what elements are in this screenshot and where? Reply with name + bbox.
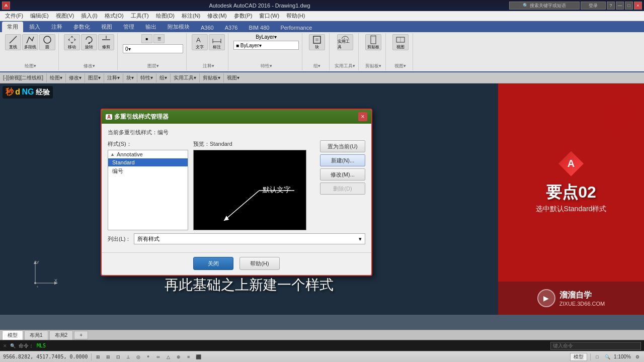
delete-button[interactable]: 删除(D) — [320, 183, 365, 195]
tab-view[interactable]: 视图 — [96, 22, 117, 32]
svg-rect-15 — [372, 35, 375, 37]
ribbon-icon-rotate[interactable]: 旋转 — [81, 34, 97, 50]
maximize-btn[interactable]: □ — [625, 2, 633, 10]
overlay-logo: A — [558, 151, 584, 176]
tab-a376[interactable]: A376 — [220, 23, 243, 32]
dialog-close-button[interactable]: × — [358, 112, 367, 121]
ribbon-icon-text[interactable]: A 文字 — [192, 34, 208, 50]
ortho-icon[interactable]: ⊥ — [125, 353, 132, 360]
close-btn[interactable]: × — [634, 2, 642, 10]
right-overlay: A 要点02 选中默认Standard样式 ▶ 溜溜自学 ZIXUE.3D66.… — [498, 83, 644, 315]
ribbon-icon-view[interactable]: 视图 — [392, 34, 409, 50]
osnap-icon[interactable]: ⌖ — [145, 353, 152, 360]
model-tab-status[interactable]: ⊞ — [95, 353, 102, 360]
help-btn[interactable]: ? — [607, 2, 615, 10]
ribbon-group-clipboard-label: 剪贴板▾ — [365, 62, 381, 69]
menu-tools[interactable]: 工具(T) — [128, 12, 152, 20]
minimize-btn[interactable]: — — [616, 2, 624, 10]
settings-icon[interactable]: ⚙ — [634, 353, 641, 360]
tab-annotation[interactable]: 注释 — [46, 22, 67, 32]
style-listbox[interactable]: ▲ Annotative Standard 编号 — [108, 150, 188, 230]
ribbon-icon-utility[interactable]: I 实用工具 — [337, 34, 353, 50]
toolbar-label8: 实用工具▾ — [174, 74, 196, 81]
tab-layout2[interactable]: 布局2 — [49, 330, 73, 340]
color-dropdown[interactable]: ■ ByLayer▾ — [233, 41, 299, 50]
menu-insert[interactable]: 插入(I) — [78, 12, 100, 20]
ducs-icon[interactable]: △ — [165, 353, 172, 360]
tab-common[interactable]: 常用 — [2, 22, 23, 32]
menu-format[interactable]: 格式(O) — [102, 12, 127, 20]
menu-window[interactable]: 窗口(W) — [256, 12, 282, 20]
style-list-panel: 样式(S)： ▲ Annotative Standard — [108, 140, 188, 230]
tab-output[interactable]: 输出 — [140, 22, 162, 32]
polar-icon[interactable]: ◎ — [135, 353, 142, 360]
ribbon-icon-trim[interactable]: 修剪 — [98, 34, 114, 50]
canvas-area[interactable]: 北 西 上 东 南 Y X — [0, 83, 644, 315]
svg-line-26 — [224, 191, 259, 221]
zoom-icon[interactable]: 🔍 — [604, 353, 611, 360]
app-icon[interactable]: A — [2, 2, 10, 10]
lw-icon[interactable]: ≡ — [185, 353, 192, 360]
tab-parametric[interactable]: 参数化 — [68, 22, 95, 32]
sign-in-btn[interactable]: 登录 — [581, 2, 606, 10]
tab-model[interactable]: 模型 — [2, 330, 23, 340]
model-label[interactable]: 模型 — [570, 353, 587, 361]
command-prompt: 命令： — [19, 342, 34, 349]
svg-rect-11 — [315, 38, 318, 41]
style-item-annotative[interactable]: ▲ Annotative — [108, 150, 188, 158]
tab-add[interactable]: + — [74, 331, 88, 339]
list-dropdown-arrow: ▾ — [359, 236, 362, 242]
tab-a360[interactable]: A360 — [196, 23, 219, 32]
ribbon-icon-move[interactable]: 移动 — [64, 34, 80, 50]
tab-manage[interactable]: 管理 — [118, 22, 139, 32]
ribbon-icon-line[interactable]: 直线 — [5, 34, 21, 50]
modify-button[interactable]: 修改(M)... — [320, 168, 365, 180]
help-button[interactable]: 帮助(H) — [239, 257, 280, 270]
ribbon-annot-row: A 文字 标注 — [192, 34, 225, 50]
commandline-search[interactable]: 🔍 — [10, 343, 16, 348]
grid-icon[interactable]: ⊞ — [105, 353, 112, 360]
ribbon-icon-clipboard[interactable]: 剪贴板 — [365, 34, 381, 50]
command-text-input[interactable] — [550, 342, 641, 350]
close-button[interactable]: 关闭 — [193, 257, 233, 270]
layer-icon2[interactable]: ☰ — [153, 34, 165, 43]
dyn-icon[interactable]: ⊕ — [175, 353, 182, 360]
viewport-icon[interactable]: □ — [594, 353, 601, 360]
menu-draw[interactable]: 绘图(D) — [153, 12, 178, 20]
menu-modify[interactable]: 修改(M) — [204, 12, 230, 20]
search-box[interactable]: 🔍 搜索关键字或短语 — [509, 2, 580, 10]
style-item-annotative-label: Annotative — [117, 151, 143, 157]
ribbon-icon-polyline[interactable]: 多段线 — [22, 34, 38, 50]
menu-view[interactable]: 视图(V) — [53, 12, 77, 20]
tab-insert[interactable]: 插入 — [24, 22, 45, 32]
snap-icon[interactable]: ⊡ — [115, 353, 122, 360]
overlay-subtitle: 选中默认Standard样式 — [536, 204, 607, 214]
style-item-standard[interactable]: Standard — [108, 158, 188, 166]
otrack-icon[interactable]: ∞ — [155, 353, 162, 360]
new-button[interactable]: 新建(N)... — [320, 154, 365, 166]
style-item-biaohao[interactable]: 编号 — [108, 166, 188, 176]
menu-params[interactable]: 参数(P) — [231, 12, 256, 20]
tab-layout1[interactable]: 布局1 — [24, 330, 48, 340]
list-dropdown[interactable]: 所有样式 ▾ — [134, 233, 365, 244]
commandline-close[interactable]: ✕ — [3, 343, 7, 348]
ribbon-icon-circle[interactable]: 圆 — [39, 34, 55, 50]
titlebar-left: A — [2, 2, 10, 10]
layer-icon1[interactable]: ■ — [141, 34, 152, 43]
menu-file[interactable]: 文件(F) — [2, 12, 26, 20]
ribbon-content: 直线 多段线 圆 绘图▾ 移动 旋转 — [0, 32, 644, 72]
zoom-label[interactable]: 1:100% — [614, 354, 631, 359]
menu-dimension[interactable]: 标注(N) — [179, 12, 203, 20]
dialog-titlebar[interactable]: A 多重引线样式管理器 × — [102, 110, 371, 124]
set-current-button[interactable]: 置为当前(U) — [320, 140, 365, 152]
ribbon-icon-dimension[interactable]: 标注 — [209, 34, 225, 50]
tab-addons[interactable]: 附加模块 — [163, 22, 195, 32]
ribbon-icon-block[interactable]: 块 — [309, 34, 325, 50]
layer-dropdown[interactable]: 0▾ — [123, 44, 183, 53]
tp-icon[interactable]: ⬛ — [195, 353, 202, 360]
tab-bim480[interactable]: BIM 480 — [244, 23, 274, 32]
menu-help[interactable]: 帮助(H) — [283, 12, 308, 20]
menu-edit[interactable]: 编辑(E) — [27, 12, 52, 20]
tab-performance[interactable]: Performance — [275, 23, 317, 32]
logo-miao: 秒 — [6, 87, 14, 96]
